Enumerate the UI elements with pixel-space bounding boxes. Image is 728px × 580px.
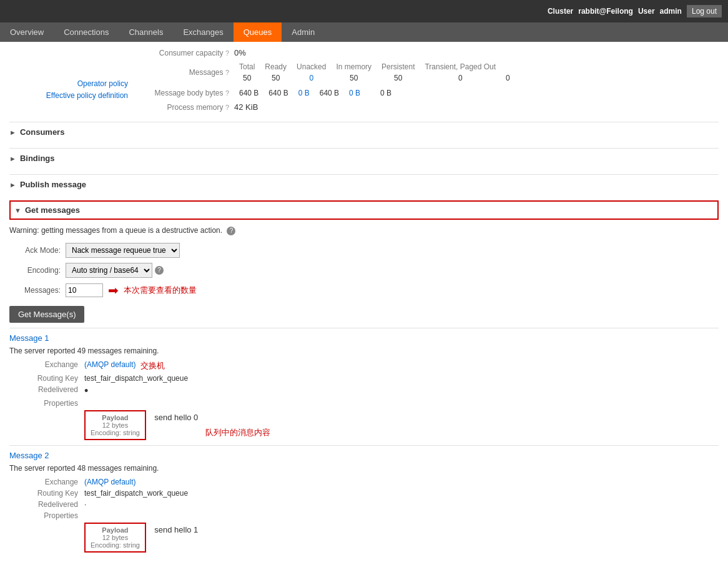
message-body-bytes-row: Message body bytes ? 640 B 640 B 0 B 640… xyxy=(134,87,719,99)
body-transient2: 0 B xyxy=(375,87,396,99)
bindings-section-header[interactable]: ► Bindings xyxy=(9,148,719,168)
msg-ready: 50 xyxy=(260,72,292,84)
warning-help[interactable]: ? xyxy=(227,227,235,235)
message-2-exchange-row: Exchange (AMQP default) xyxy=(9,478,719,486)
message-2-exchange-label: Exchange xyxy=(9,478,84,486)
msg-col-transient: Transient, Paged Out xyxy=(420,61,501,72)
msg-col-unacked: Unacked xyxy=(292,61,331,72)
message-2-properties-row: Properties xyxy=(9,511,719,520)
message-2-exchange-value: (AMQP default) xyxy=(84,478,135,486)
payload-label-2: Payload xyxy=(91,526,140,534)
main-nav: Overview Connections Channels Exchanges … xyxy=(0,22,728,42)
nav-channels[interactable]: Channels xyxy=(119,22,173,42)
process-memory-row: Process memory ? 42 KiB xyxy=(134,102,719,112)
message-2-payload-box: Payload 12 bytes Encoding: string send h… xyxy=(84,523,198,553)
messages-help[interactable]: ? xyxy=(225,69,229,76)
messages-count-label: Messages: xyxy=(9,286,66,295)
body-persistent: 0 B xyxy=(344,87,365,99)
cluster-value: rabbit@Feilong xyxy=(578,7,633,16)
consumers-section-header[interactable]: ► Consumers xyxy=(9,122,719,142)
body-total: 640 B xyxy=(234,87,263,99)
consumers-arrow: ► xyxy=(9,129,16,136)
user-value: admin xyxy=(660,7,682,16)
cluster-label: Cluster xyxy=(548,7,573,16)
message-2-payload-row: Payload 12 bytes Encoding: string send h… xyxy=(9,523,719,553)
message-1-redelivered-value: • xyxy=(84,385,88,396)
messages-data-row: 50 50 0 50 50 0 0 xyxy=(234,72,515,84)
consumers-label: Consumers xyxy=(20,127,65,137)
process-memory-value: 42 KiB xyxy=(234,102,258,112)
nav-connections[interactable]: Connections xyxy=(54,22,119,42)
messages-table-container: Total Ready Unacked In memory Persistent… xyxy=(234,61,515,84)
message-1-routing-row: Routing Key test_fair_dispatch_work_queu… xyxy=(9,374,719,383)
message-body-bytes-help[interactable]: ? xyxy=(225,89,229,97)
nav-exchanges[interactable]: Exchanges xyxy=(173,22,233,42)
messages-input-row: Messages: ➡ 本次需要查看的数量 xyxy=(9,283,719,298)
message-1-redelivered-row: Redelivered • xyxy=(9,385,719,396)
get-messages-section-header[interactable]: ▼ Get messages xyxy=(9,200,719,220)
message-2-section: Message 2 The server reported 48 message… xyxy=(9,445,719,553)
process-memory-help[interactable]: ? xyxy=(225,104,229,111)
payload-encoding-1: Encoding: string xyxy=(91,429,140,436)
payload-bytes-2: 12 bytes xyxy=(91,534,140,541)
encoding-group: Encoding: Auto string / base64 base64 ? xyxy=(9,263,719,278)
top-bar: Cluster rabbit@Feilong User admin Log ou… xyxy=(0,0,728,22)
annotation-arrow: ➡ xyxy=(108,283,119,298)
msg-col-inmemory: In memory xyxy=(331,61,376,72)
message-1-exchange-row: Exchange (AMQP default) 交换机 xyxy=(9,360,719,371)
encoding-label: Encoding: xyxy=(9,266,66,275)
messages-count-input[interactable] xyxy=(66,283,103,297)
body-transient1 xyxy=(365,87,375,99)
msg-persistent: 50 xyxy=(376,72,420,84)
nav-overview[interactable]: Overview xyxy=(0,22,54,42)
message-body-bytes-table-container: 640 B 640 B 0 B 640 B 0 B 0 B xyxy=(234,87,396,99)
nav-queues[interactable]: Queues xyxy=(234,22,282,42)
consumer-capacity-row: Consumer capacity ? 0% xyxy=(134,48,719,57)
message-1-title: Message 1 xyxy=(9,333,719,343)
payload-encoding-2: Encoding: string xyxy=(91,541,140,549)
message-1-properties-row: Properties xyxy=(9,399,719,408)
get-messages-arrow: ▼ xyxy=(14,207,21,214)
msg-total: 50 xyxy=(234,72,260,84)
message-1-routing-value: test_fair_dispatch_work_queue xyxy=(84,374,188,383)
bindings-label: Bindings xyxy=(20,154,55,163)
message-2-properties-label: Properties xyxy=(9,511,84,520)
publish-label: Publish message xyxy=(20,180,86,189)
nav-admin[interactable]: Admin xyxy=(282,22,325,42)
annotation-text: 本次需要查看的数量 xyxy=(124,285,197,296)
msg-transient1: 0 xyxy=(420,72,501,84)
message-1-exchange-value: (AMQP default) xyxy=(84,360,135,371)
cluster-info: Cluster rabbit@Feilong User admin Log ou… xyxy=(548,5,722,17)
body-bytes-row: 640 B 640 B 0 B 640 B 0 B 0 B xyxy=(234,87,396,99)
consumer-capacity-help[interactable]: ? xyxy=(225,49,229,57)
message-2-routing-label: Routing Key xyxy=(9,489,84,498)
get-messages-button[interactable]: Get Message(s) xyxy=(9,306,84,323)
msg-unacked: 0 xyxy=(292,72,331,84)
message-1-section: Message 1 The server reported 49 message… xyxy=(9,328,719,440)
message-2-routing-value: test_fair_dispatch_work_queue xyxy=(84,489,188,498)
logout-button[interactable]: Log out xyxy=(687,5,722,17)
message-2-redelivered-row: Redelivered · xyxy=(9,500,719,509)
payload-annotation: 队列中的消息内容 xyxy=(205,428,270,437)
message-2-redelivered-value: · xyxy=(84,500,86,509)
message-1-payload-row: Payload 12 bytes Encoding: string send h… xyxy=(9,410,719,440)
encoding-select[interactable]: Auto string / base64 base64 xyxy=(66,263,152,278)
publish-message-section-header[interactable]: ► Publish message xyxy=(9,174,719,194)
encoding-help[interactable]: ? xyxy=(155,266,164,275)
ack-mode-select[interactable]: Nack message requeue true Ack Reject req… xyxy=(66,243,180,258)
message-1-payload-value: send hello 0 xyxy=(154,410,198,422)
ack-mode-group: Ack Mode: Nack message requeue true Ack … xyxy=(9,243,719,258)
message-2-payload-value: send hello 1 xyxy=(154,523,198,534)
user-label: User xyxy=(638,7,655,16)
messages-table: Total Ready Unacked In memory Persistent… xyxy=(234,61,515,84)
get-messages-label: Get messages xyxy=(25,205,80,215)
queue-info-container: Operator policy Effective policy definit… xyxy=(9,48,719,116)
queue-stats: Consumer capacity ? 0% Messages ? Total xyxy=(134,48,719,116)
exchange-annotation: 交换机 xyxy=(140,360,165,371)
get-messages-content: Warning: getting messages from a queue i… xyxy=(9,220,719,561)
messages-row: Messages ? Total Ready Unacked In memory… xyxy=(134,61,719,84)
message-2-routing-row: Routing Key test_fair_dispatch_work_queu… xyxy=(9,489,719,498)
payload-label: Payload xyxy=(91,414,140,421)
message-body-bytes-table: 640 B 640 B 0 B 640 B 0 B 0 B xyxy=(234,87,396,99)
message-1-payload-label xyxy=(9,410,84,440)
